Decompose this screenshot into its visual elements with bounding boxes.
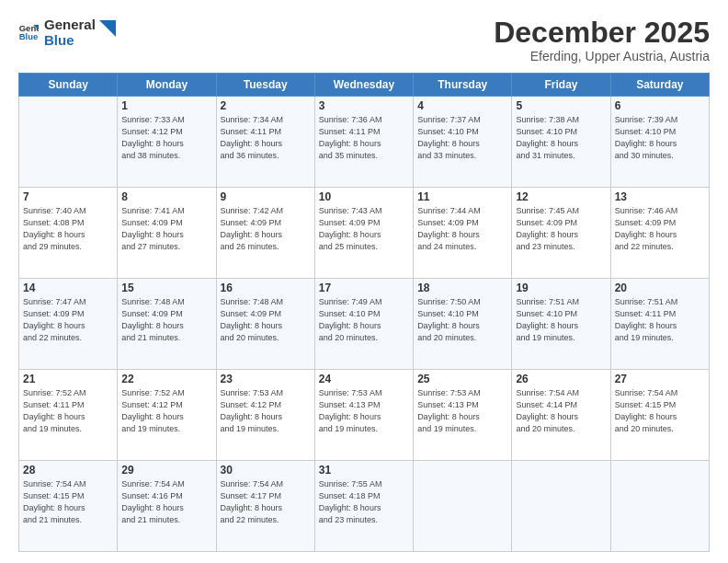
location: Eferding, Upper Austria, Austria xyxy=(494,49,710,63)
day-info: Sunrise: 7:43 AM Sunset: 4:09 PM Dayligh… xyxy=(319,205,409,253)
calendar-cell: 8Sunrise: 7:41 AM Sunset: 4:09 PM Daylig… xyxy=(118,188,216,279)
day-info: Sunrise: 7:49 AM Sunset: 4:10 PM Dayligh… xyxy=(319,296,409,344)
day-info: Sunrise: 7:45 AM Sunset: 4:09 PM Dayligh… xyxy=(516,205,606,253)
day-info: Sunrise: 7:36 AM Sunset: 4:11 PM Dayligh… xyxy=(319,114,409,162)
calendar-header-thursday: Thursday xyxy=(414,74,512,97)
day-number: 21 xyxy=(23,373,113,385)
day-info: Sunrise: 7:39 AM Sunset: 4:10 PM Dayligh… xyxy=(615,114,705,162)
day-number: 16 xyxy=(221,282,311,294)
day-info: Sunrise: 7:38 AM Sunset: 4:10 PM Dayligh… xyxy=(516,114,606,162)
calendar-cell xyxy=(610,461,709,552)
calendar-header-saturday: Saturday xyxy=(610,74,709,97)
day-info: Sunrise: 7:37 AM Sunset: 4:10 PM Dayligh… xyxy=(417,114,507,162)
day-info: Sunrise: 7:54 AM Sunset: 4:16 PM Dayligh… xyxy=(121,478,211,526)
calendar-cell: 3Sunrise: 7:36 AM Sunset: 4:11 PM Daylig… xyxy=(314,97,413,188)
day-number: 23 xyxy=(221,373,311,385)
title-block: December 2025 Eferding, Upper Austria, A… xyxy=(494,17,710,63)
calendar-header-sunday: Sunday xyxy=(19,74,118,97)
day-number: 28 xyxy=(23,464,113,477)
calendar-cell: 14Sunrise: 7:47 AM Sunset: 4:09 PM Dayli… xyxy=(19,279,118,370)
calendar-header-wednesday: Wednesday xyxy=(314,74,413,97)
day-info: Sunrise: 7:40 AM Sunset: 4:08 PM Dayligh… xyxy=(23,205,113,253)
calendar-cell: 21Sunrise: 7:52 AM Sunset: 4:11 PM Dayli… xyxy=(19,370,118,461)
day-info: Sunrise: 7:46 AM Sunset: 4:09 PM Dayligh… xyxy=(615,205,705,253)
calendar-cell: 18Sunrise: 7:50 AM Sunset: 4:10 PM Dayli… xyxy=(414,279,512,370)
day-info: Sunrise: 7:44 AM Sunset: 4:09 PM Dayligh… xyxy=(417,205,507,253)
day-info: Sunrise: 7:51 AM Sunset: 4:11 PM Dayligh… xyxy=(615,296,705,344)
calendar-cell: 19Sunrise: 7:51 AM Sunset: 4:10 PM Dayli… xyxy=(512,279,610,370)
header: General Blue General Blue December 2025 … xyxy=(18,17,710,63)
calendar-week-row-1: 1Sunrise: 7:33 AM Sunset: 4:12 PM Daylig… xyxy=(19,97,710,188)
day-number: 30 xyxy=(221,464,311,477)
day-info: Sunrise: 7:42 AM Sunset: 4:09 PM Dayligh… xyxy=(221,205,311,253)
calendar-cell: 11Sunrise: 7:44 AM Sunset: 4:09 PM Dayli… xyxy=(414,188,512,279)
calendar-cell: 28Sunrise: 7:54 AM Sunset: 4:15 PM Dayli… xyxy=(19,461,118,552)
day-number: 9 xyxy=(221,190,311,203)
logo-arrow-icon xyxy=(99,20,116,37)
day-number: 3 xyxy=(319,99,409,112)
calendar-header-friday: Friday xyxy=(512,74,610,97)
day-number: 7 xyxy=(23,190,113,203)
day-info: Sunrise: 7:50 AM Sunset: 4:10 PM Dayligh… xyxy=(417,296,507,344)
day-number: 20 xyxy=(615,282,705,294)
logo: General Blue General Blue xyxy=(18,17,116,49)
calendar-cell: 1Sunrise: 7:33 AM Sunset: 4:12 PM Daylig… xyxy=(118,97,216,188)
day-info: Sunrise: 7:53 AM Sunset: 4:12 PM Dayligh… xyxy=(221,387,311,435)
day-number: 5 xyxy=(516,99,606,112)
calendar-cell: 27Sunrise: 7:54 AM Sunset: 4:15 PM Dayli… xyxy=(610,370,709,461)
day-number: 22 xyxy=(121,373,211,385)
calendar-cell: 20Sunrise: 7:51 AM Sunset: 4:11 PM Dayli… xyxy=(610,279,709,370)
calendar-cell: 31Sunrise: 7:55 AM Sunset: 4:18 PM Dayli… xyxy=(314,461,413,552)
day-info: Sunrise: 7:53 AM Sunset: 4:13 PM Dayligh… xyxy=(417,387,507,435)
day-number: 18 xyxy=(417,282,507,294)
calendar-cell: 4Sunrise: 7:37 AM Sunset: 4:10 PM Daylig… xyxy=(414,97,512,188)
calendar-cell: 5Sunrise: 7:38 AM Sunset: 4:10 PM Daylig… xyxy=(512,97,610,188)
day-number: 29 xyxy=(121,464,211,477)
month-title: December 2025 xyxy=(494,17,710,49)
day-number: 12 xyxy=(516,190,606,203)
calendar-page: General Blue General Blue December 2025 … xyxy=(0,0,728,563)
day-info: Sunrise: 7:34 AM Sunset: 4:11 PM Dayligh… xyxy=(221,114,311,162)
calendar-cell: 17Sunrise: 7:49 AM Sunset: 4:10 PM Dayli… xyxy=(314,279,413,370)
logo-icon: General Blue xyxy=(18,22,39,42)
day-info: Sunrise: 7:54 AM Sunset: 4:15 PM Dayligh… xyxy=(23,478,113,526)
calendar-week-row-2: 7Sunrise: 7:40 AM Sunset: 4:08 PM Daylig… xyxy=(19,188,710,279)
day-number: 4 xyxy=(417,99,507,112)
day-number: 15 xyxy=(121,282,211,294)
svg-marker-3 xyxy=(99,20,116,37)
calendar-cell: 23Sunrise: 7:53 AM Sunset: 4:12 PM Dayli… xyxy=(216,370,314,461)
calendar-cell xyxy=(19,97,118,188)
day-number: 8 xyxy=(121,190,211,203)
day-info: Sunrise: 7:33 AM Sunset: 4:12 PM Dayligh… xyxy=(121,114,211,162)
day-info: Sunrise: 7:53 AM Sunset: 4:13 PM Dayligh… xyxy=(319,387,409,435)
calendar-cell: 7Sunrise: 7:40 AM Sunset: 4:08 PM Daylig… xyxy=(19,188,118,279)
calendar-week-row-5: 28Sunrise: 7:54 AM Sunset: 4:15 PM Dayli… xyxy=(19,461,710,552)
day-number: 14 xyxy=(23,282,113,294)
day-number: 11 xyxy=(417,190,507,203)
day-info: Sunrise: 7:55 AM Sunset: 4:18 PM Dayligh… xyxy=(319,478,409,526)
calendar-cell: 15Sunrise: 7:48 AM Sunset: 4:09 PM Dayli… xyxy=(118,279,216,370)
calendar-cell: 26Sunrise: 7:54 AM Sunset: 4:14 PM Dayli… xyxy=(512,370,610,461)
day-number: 17 xyxy=(319,282,409,294)
day-number: 31 xyxy=(319,464,409,477)
day-info: Sunrise: 7:52 AM Sunset: 4:12 PM Dayligh… xyxy=(121,387,211,435)
day-info: Sunrise: 7:47 AM Sunset: 4:09 PM Dayligh… xyxy=(23,296,113,344)
day-info: Sunrise: 7:41 AM Sunset: 4:09 PM Dayligh… xyxy=(121,205,211,253)
calendar-cell xyxy=(414,461,512,552)
day-info: Sunrise: 7:54 AM Sunset: 4:15 PM Dayligh… xyxy=(615,387,705,435)
calendar-table: SundayMondayTuesdayWednesdayThursdayFrid… xyxy=(18,73,710,552)
calendar-cell: 30Sunrise: 7:54 AM Sunset: 4:17 PM Dayli… xyxy=(216,461,314,552)
svg-text:Blue: Blue xyxy=(19,31,39,41)
day-info: Sunrise: 7:54 AM Sunset: 4:17 PM Dayligh… xyxy=(221,478,311,526)
day-number: 10 xyxy=(319,190,409,203)
calendar-cell: 25Sunrise: 7:53 AM Sunset: 4:13 PM Dayli… xyxy=(414,370,512,461)
day-number: 25 xyxy=(417,373,507,385)
day-number: 19 xyxy=(516,282,606,294)
day-info: Sunrise: 7:52 AM Sunset: 4:11 PM Dayligh… xyxy=(23,387,113,435)
day-number: 2 xyxy=(221,99,311,112)
day-number: 1 xyxy=(121,99,211,112)
day-info: Sunrise: 7:51 AM Sunset: 4:10 PM Dayligh… xyxy=(516,296,606,344)
day-info: Sunrise: 7:54 AM Sunset: 4:14 PM Dayligh… xyxy=(516,387,606,435)
calendar-header-tuesday: Tuesday xyxy=(216,74,314,97)
day-number: 26 xyxy=(516,373,606,385)
